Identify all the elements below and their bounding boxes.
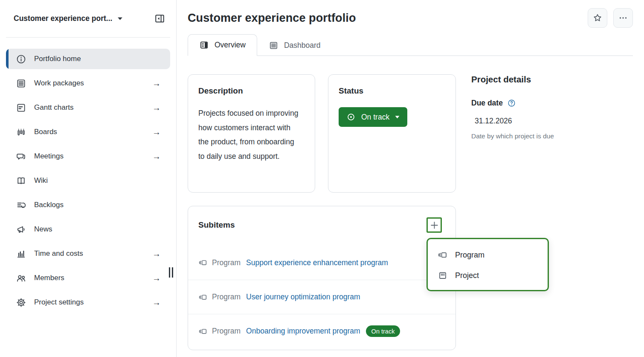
add-subitem-menu: Program Project [426, 238, 549, 291]
dashboard-icon [269, 41, 278, 50]
project-switcher-title: Customer experience port... [14, 14, 112, 23]
tab-dashboard[interactable]: Dashboard [257, 34, 332, 56]
sidebar-resize-handle[interactable] [168, 267, 174, 278]
subitem-type: Program [198, 327, 241, 336]
gantt-icon [15, 102, 26, 113]
tab-label: Overview [215, 41, 246, 50]
overview-icon [199, 40, 209, 50]
sidebar-item-news[interactable]: News [6, 219, 170, 240]
due-date-value: 31.12.2026 [471, 117, 633, 126]
sidebar-item-members[interactable]: Members → [6, 268, 170, 288]
sidebar-item-label: Portfolio home [34, 55, 161, 63]
news-megaphone-icon [15, 224, 26, 235]
sidebar-item-label: Work packages [34, 79, 152, 88]
project-switcher[interactable]: Customer experience port... [14, 14, 123, 23]
ellipsis-icon [618, 13, 628, 23]
arrow-right-icon: → [152, 298, 161, 307]
menu-item-label: Project [455, 271, 479, 280]
sidebar-item-project-settings[interactable]: Project settings → [6, 292, 170, 313]
bar-chart-icon [15, 248, 26, 259]
main-content: Customer experience portfolio [177, 0, 644, 357]
sidebar-item-work-packages[interactable]: Work packages → [6, 73, 170, 94]
due-date-caption: Date by which project is due [471, 132, 633, 140]
collapse-sidebar-button[interactable] [151, 10, 168, 28]
status-card: Status On track [328, 74, 456, 193]
subitem-type: Program [198, 258, 241, 267]
subitem-type-label: Program [212, 258, 241, 267]
subitem-type-label: Program [212, 327, 241, 336]
project-details-panel: Project details Due date 31.12.2026 Date… [471, 74, 633, 140]
collapse-sidebar-icon [154, 13, 165, 24]
subitem-link[interactable]: Onboarding improvement program [246, 327, 360, 336]
program-icon [198, 258, 208, 267]
meetings-icon [15, 151, 26, 162]
wiki-book-icon [15, 175, 26, 186]
caret-down-icon [117, 17, 123, 20]
sidebar-item-wiki[interactable]: Wiki [6, 170, 170, 191]
sidebar-item-portfolio-home[interactable]: Portfolio home [6, 49, 170, 69]
sidebar-item-label: Backlogs [34, 201, 161, 209]
sidebar-item-label: News [34, 225, 161, 234]
page-title: Customer experience portfolio [188, 12, 356, 25]
caret-down-icon [395, 115, 400, 119]
arrow-right-icon: → [152, 103, 161, 112]
project-icon [438, 270, 448, 281]
overview-content: Description Projects focused on improvin… [177, 56, 644, 350]
program-icon [198, 327, 208, 336]
tab-overview[interactable]: Overview [188, 34, 257, 56]
boards-icon [15, 126, 26, 138]
arrow-right-icon: → [152, 152, 161, 161]
subitem-type-label: Program [212, 293, 241, 301]
status-label: On track [361, 113, 389, 122]
favorite-button[interactable] [588, 8, 607, 28]
due-date-label: Due date [471, 99, 503, 108]
more-options-button[interactable] [613, 8, 633, 28]
description-card: Description Projects focused on improvin… [188, 74, 315, 193]
sidebar-item-time-and-costs[interactable]: Time and costs → [6, 243, 170, 264]
sidebar-item-boards[interactable]: Boards → [6, 122, 170, 142]
sidebar-item-label: Wiki [34, 176, 161, 185]
help-icon[interactable] [507, 99, 516, 108]
subitems-card: Subitems [188, 206, 456, 350]
gear-icon [15, 297, 26, 308]
plus-icon [429, 220, 440, 231]
menu-item-program[interactable]: Program [428, 245, 548, 265]
sidebar: Customer experience port... [0, 0, 177, 357]
arrow-right-icon: → [152, 249, 161, 258]
sidebar-item-backlogs[interactable]: Backlogs [6, 195, 170, 215]
add-subitem-button[interactable] [426, 217, 442, 233]
sidebar-item-gantt-charts[interactable]: Gantt charts → [6, 97, 170, 118]
arrow-right-icon: → [152, 128, 161, 136]
sidebar-item-label: Time and costs [34, 249, 152, 258]
sidebar-item-label: Boards [34, 128, 152, 136]
subitem-row: Program Onboarding improvement program O… [188, 314, 455, 348]
arrow-right-icon: → [152, 79, 161, 88]
tab-label: Dashboard [284, 41, 321, 50]
star-icon [592, 13, 603, 23]
status-card-title: Status [339, 86, 445, 96]
menu-item-project[interactable]: Project [428, 265, 548, 286]
header-actions [588, 8, 633, 28]
subitem-row: Program Support experience enhancement p… [188, 246, 455, 280]
sidebar-item-meetings[interactable]: Meetings → [6, 146, 170, 167]
app-window: Customer experience port... [0, 0, 644, 357]
sidebar-nav: Portfolio home Work packages → [0, 38, 176, 313]
subitem-link[interactable]: User journey optimization program [246, 293, 360, 301]
status-badge: On track [366, 325, 400, 337]
status-circle-icon [346, 112, 356, 122]
tab-bar: Overview Dashboard [188, 34, 633, 56]
arrow-right-icon: → [152, 274, 161, 282]
info-icon [15, 53, 26, 64]
members-icon [15, 272, 26, 284]
description-card-title: Description [198, 86, 305, 96]
subitem-row: Program User journey optimization progra… [188, 280, 455, 314]
program-icon [438, 250, 448, 260]
menu-item-label: Program [455, 251, 484, 260]
sidebar-item-label: Project settings [34, 298, 152, 307]
sidebar-header: Customer experience port... [0, 0, 176, 37]
backlogs-icon [15, 199, 26, 211]
subitem-link[interactable]: Support experience enhancement program [246, 258, 388, 267]
sidebar-item-label: Meetings [34, 152, 152, 161]
status-dropdown-button[interactable]: On track [339, 107, 407, 127]
description-text: Projects focused on improving how custom… [198, 106, 301, 164]
